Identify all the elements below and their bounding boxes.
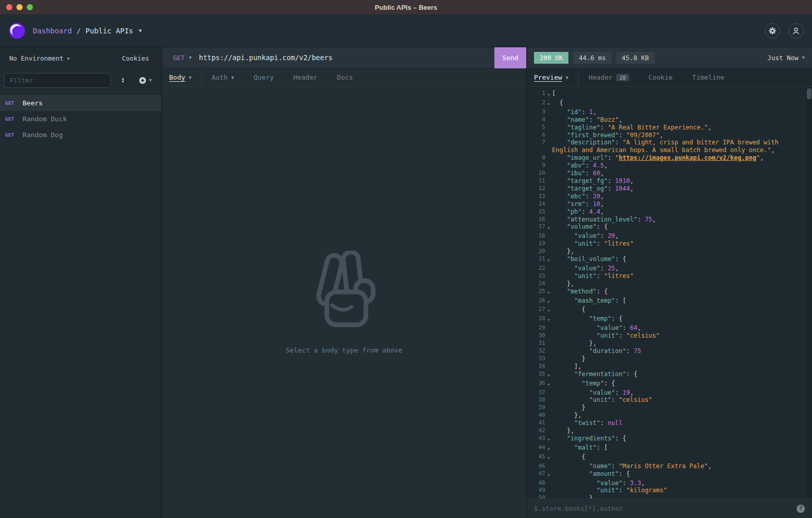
sidebar-topbar: No Environment ▼ Cookies — [0, 47, 161, 69]
json-token: "fermentation" — [574, 371, 626, 378]
response-tab-preview[interactable]: Preview▼ — [527, 68, 579, 86]
code-text: }, — [552, 280, 812, 288]
json-token: "ebc" — [567, 193, 585, 200]
breadcrumb-workspace[interactable]: Public APIs — [85, 27, 133, 35]
close-window-button[interactable] — [6, 4, 12, 10]
json-token: "volume" — [567, 223, 597, 230]
json-link[interactable]: https://images.punkapi.com/v2/keg.png — [619, 154, 756, 161]
response-tab-timeline[interactable]: Timeline — [682, 68, 734, 86]
fold-spacer — [545, 462, 552, 470]
fold-spacer — [545, 427, 552, 435]
json-token: 75 — [645, 216, 652, 223]
code-text: "tagline": "A Real Bitter Experience.", — [552, 124, 812, 132]
fold-toggle-icon[interactable]: ▼ — [545, 90, 552, 99]
scrollbar-thumb[interactable] — [807, 88, 811, 99]
json-token: : { — [619, 470, 630, 477]
sidebar-filter-row: ▲▼ ▼ — [4, 72, 157, 88]
fold-toggle-icon[interactable]: ▼ — [545, 470, 552, 479]
code-line: 19 "unit": "litres" — [527, 240, 812, 248]
fold-toggle-icon[interactable]: ▼ — [545, 297, 552, 306]
fold-toggle-icon[interactable]: ▼ — [545, 453, 552, 462]
response-filter-input[interactable] — [534, 505, 791, 512]
json-token: 1044 — [615, 185, 630, 192]
json-token — [552, 200, 567, 208]
fold-toggle-icon[interactable]: ▼ — [545, 99, 552, 108]
send-button[interactable]: Send — [494, 47, 526, 68]
fold-toggle-icon[interactable]: ▼ — [545, 371, 552, 380]
code-line: 21▼ "boil_volume": { — [527, 255, 812, 265]
code-line: 25▼ "method": { — [527, 288, 812, 297]
sidebar-request-random-duck[interactable]: GETRandom Duck — [0, 111, 161, 127]
response-when-label: Just Now — [767, 54, 798, 62]
json-token: { — [552, 453, 585, 460]
line-number: 29 — [527, 324, 545, 332]
line-number: 28 — [527, 315, 545, 324]
code-line: 11 "target_fg": 1010, — [527, 177, 812, 185]
minimize-window-button[interactable] — [16, 4, 23, 10]
insomnia-logo-icon[interactable] — [8, 22, 26, 40]
request-tab-query[interactable]: Query — [244, 68, 283, 86]
json-token: "kilograms" — [626, 487, 667, 494]
code-text: "abv": 4.5, — [552, 162, 812, 170]
fold-toggle-icon[interactable]: ▼ — [545, 444, 552, 453]
filter-help-icon[interactable]: ? — [797, 505, 805, 513]
zoom-window-button[interactable] — [27, 4, 33, 10]
cookies-button[interactable]: Cookies — [122, 54, 149, 62]
fold-toggle-icon[interactable]: ▼ — [545, 315, 552, 324]
fold-spacer — [545, 332, 552, 340]
plus-circle-icon — [139, 77, 146, 84]
fold-toggle-icon[interactable]: ▼ — [545, 380, 552, 389]
code-line: 2▼ { — [527, 99, 812, 108]
fold-spacer — [545, 419, 552, 427]
sidebar-request-random-dog[interactable]: GETRandom Dog — [0, 127, 161, 143]
create-request-button[interactable]: ▼ — [139, 77, 152, 84]
json-token: "image_url" — [567, 154, 607, 161]
account-button[interactable] — [788, 23, 804, 39]
tab-label: Query — [253, 73, 273, 81]
request-tab-header[interactable]: Header — [284, 68, 327, 86]
url-input[interactable] — [199, 53, 494, 62]
fold-toggle-icon[interactable]: ▼ — [545, 288, 552, 297]
response-tab-header[interactable]: Header28 — [579, 68, 639, 86]
code-line: 14 "srm": 10, — [527, 200, 812, 208]
json-token: "name" — [567, 116, 589, 123]
sidebar-request-beers[interactable]: GETBeers — [0, 95, 161, 111]
request-tab-auth[interactable]: Auth▼ — [202, 68, 244, 86]
breadcrumb-dashboard-link[interactable]: Dashboard — [33, 27, 72, 35]
code-text: "volume": { — [552, 223, 812, 232]
fold-toggle-icon[interactable]: ▼ — [545, 255, 552, 265]
code-text: ], — [552, 363, 812, 371]
json-token: "value" — [574, 265, 600, 272]
code-line: 23 "unit": "litres" — [527, 272, 812, 280]
json-token — [552, 132, 567, 139]
code-line: 10 "ibu": 60, — [527, 170, 812, 177]
fold-toggle-icon[interactable]: ▼ — [545, 435, 552, 444]
sort-requests-icon[interactable]: ▲▼ — [116, 77, 130, 83]
json-token — [552, 124, 567, 131]
json-token: "litres" — [604, 272, 634, 280]
response-tab-cookie[interactable]: Cookie — [639, 68, 682, 86]
request-tab-docs[interactable]: Docs — [327, 68, 363, 86]
code-line: 36▼ "temp": { — [527, 380, 812, 389]
fold-toggle-icon[interactable]: ▼ — [545, 306, 552, 315]
fold-toggle-icon[interactable]: ▼ — [545, 223, 552, 232]
json-token: "boil_volume" — [567, 255, 615, 263]
json-token: 75 — [634, 347, 641, 355]
response-pane: 200 OK 44.6 ms 45.8 KB Just Now ▼ Previe… — [527, 47, 812, 518]
response-history-selector[interactable]: Just Now ▼ — [767, 54, 805, 62]
request-tab-body[interactable]: Body▼ — [162, 68, 202, 86]
json-token — [552, 470, 589, 477]
json-token: : — [607, 177, 615, 184]
settings-button[interactable] — [765, 23, 780, 39]
scrollbar-track[interactable] — [806, 87, 812, 498]
code-text: "value": 20, — [552, 232, 812, 240]
method-selector[interactable]: GET ▼ — [162, 54, 199, 62]
json-token — [552, 479, 597, 487]
code-text: "first_brewed": "09/2007", — [552, 132, 812, 139]
environment-selector[interactable]: No Environment ▼ — [9, 54, 70, 62]
json-token: "malt" — [574, 444, 596, 451]
workspace-dropdown-caret-icon[interactable]: ▼ — [139, 28, 142, 33]
fold-spacer — [545, 487, 552, 494]
json-token: "attenuation_level" — [567, 216, 637, 223]
sidebar-filter-input[interactable] — [4, 73, 111, 88]
